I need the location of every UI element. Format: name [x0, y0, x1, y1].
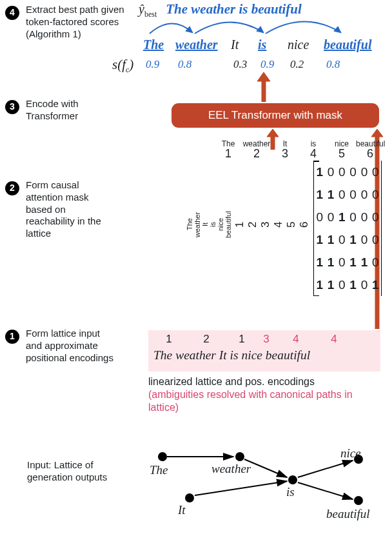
step-2-text: Form causal attention mask based on reac… — [26, 179, 115, 240]
svg-point-7 — [235, 452, 244, 461]
svg-line-14 — [195, 481, 287, 495]
step-1-text: Form lattice input and approximate posit… — [26, 328, 115, 364]
lattice-node-beautiful: beautiful — [326, 507, 370, 521]
lattice-node-weather: weather — [211, 462, 251, 476]
svg-point-11 — [354, 496, 363, 505]
best-sentence: The weather is beautiful — [166, 1, 302, 17]
svg-point-8 — [185, 493, 194, 502]
score-it: 0.3 — [233, 58, 247, 71]
input-label: Input: Lattice of generation outputs — [27, 459, 130, 484]
score-beautiful: 0.8 — [326, 58, 340, 71]
svg-marker-3 — [267, 129, 279, 137]
matrix-col-nums: 123456 — [214, 147, 382, 161]
arc-1 — [146, 18, 197, 37]
positional-encodings-row: 121344 — [153, 333, 375, 346]
lattice-node-it: It — [178, 503, 186, 517]
step-4-text: Extract best path given token-factored s… — [26, 4, 128, 40]
svg-line-16 — [298, 482, 353, 499]
score-nice: 0.2 — [290, 58, 304, 71]
matrix-row-words: TheweatherItisnicebeautiful — [186, 161, 232, 288]
svg-point-6 — [158, 452, 167, 461]
svg-marker-5 — [371, 129, 383, 137]
token-is: is — [258, 37, 266, 52]
step-1-label: 1 Form lattice input and approximate pos… — [5, 328, 115, 364]
lattice-node-nice: nice — [340, 446, 361, 461]
linearized-lattice-box: 121344 The weather It is nice beautiful — [148, 330, 380, 372]
sfc-label: s(fc) — [112, 57, 133, 75]
svg-marker-1 — [257, 72, 270, 81]
caption-line-1: linearized lattice and pos. encodings — [148, 376, 315, 387]
step-3-badge: 3 — [5, 100, 19, 114]
step-3-text: Encode with Transformer — [26, 98, 128, 123]
svg-point-9 — [288, 475, 297, 484]
token-beautiful: beautiful — [324, 37, 371, 52]
lattice-node-is: is — [286, 485, 295, 499]
matrix-row-nums: 123456 — [233, 161, 311, 288]
arc-3 — [262, 18, 346, 37]
score-the: 0.9 — [146, 58, 159, 71]
lattice-node-the: The — [150, 463, 168, 477]
caption-line-2: (ambiguities resolved with canonical pat… — [148, 389, 353, 413]
matrix-cells: 100000110000001000110100110110110101 — [313, 161, 382, 296]
step-2-label: 2 Form causal attention mask based on re… — [5, 179, 115, 240]
arc-2 — [191, 18, 268, 37]
arrow-eel-to-scores — [256, 72, 271, 103]
token-the: The — [143, 37, 164, 52]
step-3-label: 3 Encode with Transformer — [5, 98, 128, 123]
eel-transformer-box: EEL Transformer with mask — [172, 103, 379, 128]
score-is: 0.9 — [260, 58, 274, 71]
yhat-symbol: ŷbest — [139, 2, 157, 19]
step-1-badge: 1 — [5, 330, 19, 344]
token-nice: nice — [288, 37, 309, 52]
step-4-label: 4 Extract best path given token-factored… — [5, 4, 128, 40]
step-4-badge: 4 — [5, 6, 19, 20]
score-weather: 0.8 — [178, 58, 191, 71]
best-output-row: ŷbest The weather is beautiful — [139, 1, 302, 19]
step-2-badge: 2 — [5, 181, 19, 195]
svg-line-15 — [298, 461, 353, 477]
linearized-sentence: The weather It is nice beautiful — [153, 348, 375, 362]
linearized-caption: linearized lattice and pos. encodings (a… — [148, 375, 380, 414]
token-it: It — [231, 37, 239, 52]
attention-mask-matrix: TheweatherItisnicebeautiful 123456 Thewe… — [186, 139, 382, 296]
token-weather: weather — [175, 37, 218, 52]
